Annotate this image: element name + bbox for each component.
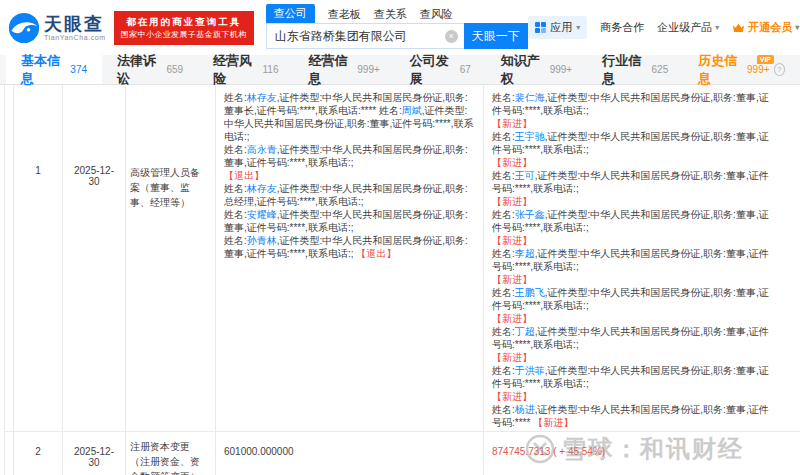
- person-link[interactable]: 周斌: [402, 105, 422, 116]
- person-link[interactable]: 于洪菲: [515, 365, 545, 376]
- row-gutter: [5, 432, 14, 475]
- person-link[interactable]: 王鹏飞: [515, 287, 545, 298]
- clear-input-icon[interactable]: ×: [445, 30, 458, 43]
- apps-menu[interactable]: 应用 ▾: [528, 16, 588, 39]
- chevron-down-icon: ▾: [795, 23, 799, 32]
- change-records-table: 1 2025-12-30 高级管理人员备案（董事、监事、经理等） 姓名:林存友,…: [4, 85, 800, 475]
- tab-operating-risk[interactable]: 经营风险 116: [198, 55, 293, 84]
- change-date: 2025-12-30: [63, 85, 126, 431]
- top-header: 天眼查 TianYanCha.com 都在用的商业查询工具 国家中小企业发展子基…: [0, 0, 800, 55]
- person-link[interactable]: 王宇驰: [515, 131, 545, 142]
- tab-company-development[interactable]: 公司发展 67: [395, 55, 486, 84]
- apps-grid-icon: [535, 22, 547, 34]
- help-icon[interactable]: ?: [774, 63, 785, 76]
- vip-badge: VIP: [757, 55, 774, 64]
- person-link[interactable]: 林存友: [247, 92, 277, 103]
- change-item: 高级管理人员备案（董事、监事、经理等）: [126, 85, 216, 431]
- search-tab-relation[interactable]: 查关系: [374, 6, 407, 23]
- row-gutter: [5, 85, 14, 431]
- nav-business-cooperation[interactable]: 商务合作: [600, 20, 644, 35]
- tab-history-info[interactable]: VIP 历史信息 999+ ?: [683, 55, 800, 84]
- person-link[interactable]: 裴仁海: [515, 92, 545, 103]
- table-row: 1 2025-12-30 高级管理人员备案（董事、监事、经理等） 姓名:林存友,…: [4, 85, 800, 432]
- person-link[interactable]: 丁超: [515, 326, 535, 337]
- person-link[interactable]: 林存友: [247, 183, 277, 194]
- promo-banner-line2: 国家中小企业发展子基金旗下机构: [121, 29, 247, 40]
- person-link[interactable]: 王可: [515, 170, 535, 181]
- crown-icon: [732, 23, 745, 33]
- search-input[interactable]: [267, 29, 464, 43]
- tab-industry-info[interactable]: 行业信息 625: [587, 55, 683, 84]
- chevron-down-icon: ▾: [576, 23, 580, 32]
- tab-business-info[interactable]: 经营信息 999+: [293, 55, 394, 84]
- search-tab-boss[interactable]: 查老板: [328, 6, 361, 23]
- tab-legal-proceedings[interactable]: 法律诉讼 659: [102, 55, 198, 84]
- tianyancha-eye-icon: [8, 12, 40, 44]
- chevron-down-icon: ▾: [715, 23, 719, 32]
- change-item: 注册资本变更（注册资金、资金数额等变更）: [126, 432, 216, 475]
- after-change-cell: 874745.7313 ( + 45.54%): [484, 432, 800, 475]
- logo-subtitle: TianYanCha.com: [44, 34, 106, 41]
- promo-banner: 都在用的商业查询工具 国家中小企业发展子基金旗下机构: [114, 11, 254, 45]
- change-date: 2025-12-30: [63, 432, 126, 475]
- tianyancha-logo[interactable]: 天眼查 TianYanCha.com: [8, 12, 106, 44]
- tab-intellectual-property[interactable]: 知识产权 999+: [486, 55, 587, 84]
- tianyancha-history-page: 天眼查 TianYanCha.com 都在用的商业查询工具 国家中小企业发展子基…: [0, 0, 800, 475]
- search-area: 查公司 查老板 查关系 查风险 × 天眼一下: [266, 6, 528, 49]
- header-nav: 应用 ▾ 商务合作 企业级产品 ▾ 开通会员 ▾: [528, 16, 800, 39]
- after-change-cell: 姓名:裴仁海,证件类型:中华人民共和国居民身份证,职务:董事,证件号码:****…: [484, 85, 800, 431]
- row-index: 2: [14, 432, 63, 475]
- person-link[interactable]: 张子鑫: [515, 209, 545, 220]
- logo-title: 天眼查: [44, 14, 106, 34]
- person-link[interactable]: 孙青林: [247, 235, 277, 246]
- person-link[interactable]: 杨进: [515, 404, 535, 415]
- before-change-cell: 601000.000000: [216, 432, 484, 475]
- search-tab-company[interactable]: 查公司: [266, 4, 315, 23]
- section-tabbar: 基本信息 374 法律诉讼 659 经营风险 116 经营信息 999+ 公司发…: [0, 55, 800, 85]
- table-row: 2 2025-12-30 注册资本变更（注册资金、资金数额等变更） 601000…: [4, 432, 800, 475]
- before-change-cell: 姓名:林存友,证件类型:中华人民共和国居民身份证,职务:董事长,证件号码:***…: [216, 85, 484, 431]
- nav-enterprise-products[interactable]: 企业级产品 ▾: [657, 20, 719, 35]
- apps-label: 应用: [550, 20, 572, 35]
- promo-banner-line1: 都在用的商业查询工具: [121, 16, 247, 28]
- tab-basic-info[interactable]: 基本信息 374: [6, 55, 102, 84]
- person-link[interactable]: 安耀峰: [247, 209, 277, 220]
- person-link[interactable]: 李超: [515, 248, 535, 259]
- nav-open-vip[interactable]: 开通会员 ▾: [732, 20, 799, 35]
- search-button[interactable]: 天眼一下: [464, 23, 528, 49]
- person-link[interactable]: 高永青: [247, 144, 277, 155]
- row-index: 1: [14, 85, 63, 431]
- search-tab-risk[interactable]: 查风险: [420, 6, 453, 23]
